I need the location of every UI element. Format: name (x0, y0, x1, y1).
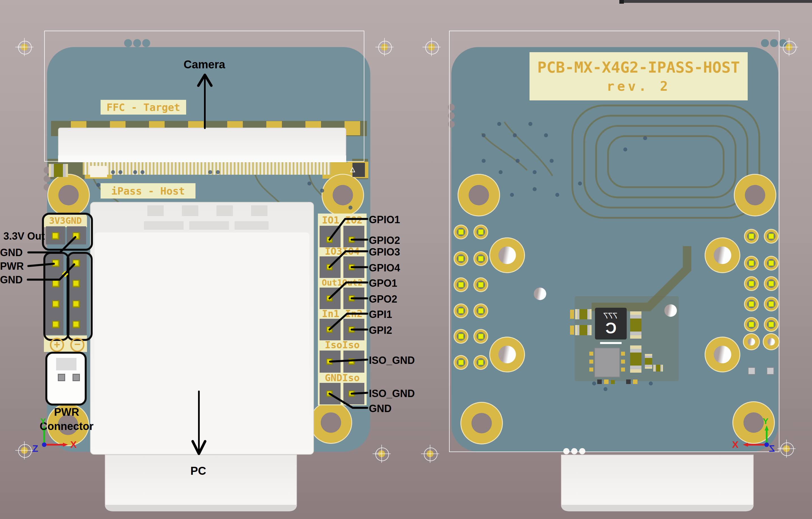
axis-x-label-front: X (70, 439, 77, 450)
callout-gpio4: GPIO4 (369, 262, 400, 274)
pc-annotation: PC (191, 465, 206, 477)
callout-gpio2: GPIO2 (369, 235, 400, 246)
fiducial-label: REF (375, 452, 382, 456)
callout-gpo1: GPO1 (369, 277, 397, 289)
fiducial-cross (384, 38, 385, 56)
axis-y-label-back: Y (763, 416, 768, 426)
callout-gpi1: GPI1 (369, 308, 392, 321)
callout-gpio3: GPIO3 (369, 246, 400, 258)
window-titlebar-fragment (619, 0, 812, 3)
fiducial-cross (789, 38, 789, 56)
axis-y-label-front: Y (40, 416, 46, 426)
callout-iso-gnd-2: ISO_GND (369, 388, 415, 400)
callout-gpi2: GPI2 (369, 324, 392, 336)
fiducial-label: REF (18, 45, 25, 49)
pcb-render-screenshot: FFC - Target △ iPass - Host 3V3GN (0, 0, 812, 519)
annotation-lines (0, 0, 812, 519)
callout-gnd-2: GND (0, 274, 27, 286)
callout-gpio1: GPIO1 (369, 214, 400, 226)
callout-pwr: PWR (0, 261, 27, 272)
axis-x-label-back: X (732, 439, 738, 450)
callout-3v3-out: 3.3V Out (0, 230, 45, 242)
callout-gnd-1: GND (0, 247, 27, 258)
window-titlebar-notch (619, 0, 624, 4)
camera-annotation: Camera (183, 58, 225, 71)
fiducial-cross (431, 38, 432, 56)
pwr-connector-label-1: PWR (42, 406, 91, 418)
callout-gnd-3: GND (369, 403, 392, 415)
fiducial-cross (430, 445, 430, 463)
callout-gpo2: GPO2 (369, 293, 397, 305)
callout-iso-gnd-1: ISO_GND (369, 355, 415, 366)
fiducial-cross (24, 441, 25, 460)
fiducial-label: REF (780, 446, 787, 450)
axis-z-label-back: Z (769, 443, 775, 454)
axis-z-label-front: Z (32, 443, 38, 454)
